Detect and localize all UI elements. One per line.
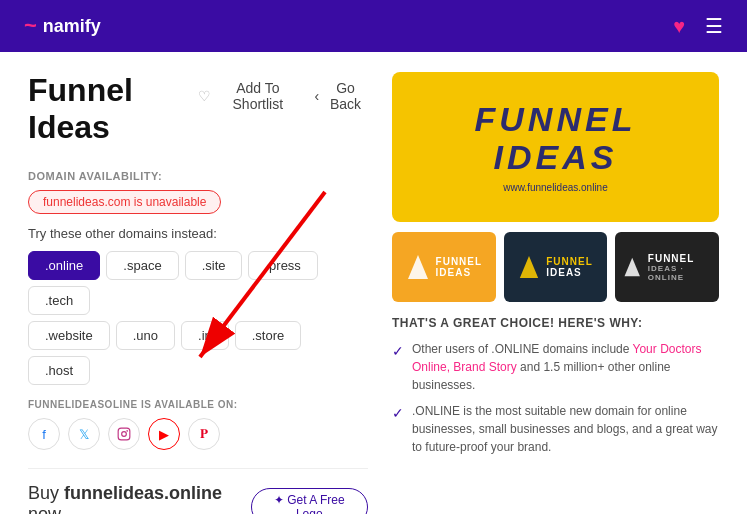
logo-v3-line2: IDEAS · ONLINE (648, 264, 711, 282)
logo-main-url: www.funnelideas.online (503, 182, 608, 193)
domain-tags-row-2: .website .uno .in .store .host (28, 321, 368, 385)
facebook-icon[interactable]: f (28, 418, 60, 450)
domain-tag-site[interactable]: .site (185, 251, 243, 280)
domain-tag-store[interactable]: .store (235, 321, 302, 350)
logo-v3-text: FUNNEL IDEAS · ONLINE (648, 253, 711, 282)
content-wrapper: Funnel Ideas ♡ Add To Shortlist ‹ Go Bac… (0, 52, 747, 514)
pinterest-icon[interactable]: 𝐏 (188, 418, 220, 450)
add-shortlist-label: Add To Shortlist (217, 80, 298, 112)
logo-variants: FUNNEL IDEAS FUNNEL IDEAS (392, 232, 719, 302)
why-item-1: ✓ Other users of .ONLINE domains include… (392, 340, 719, 394)
svg-rect-2 (118, 428, 130, 440)
why-item-2: ✓ .ONLINE is the most suitable new domai… (392, 402, 719, 456)
main: Funnel Ideas ♡ Add To Shortlist ‹ Go Bac… (0, 52, 747, 514)
get-free-logo-button[interactable]: ✦ Get A Free Logo (251, 488, 368, 514)
logo-v3-inner: FUNNEL IDEAS · ONLINE (623, 253, 711, 282)
domain-tag-online[interactable]: .online (28, 251, 100, 280)
domain-tag-uno[interactable]: .uno (116, 321, 175, 350)
go-back-button[interactable]: ‹ Go Back (314, 80, 368, 112)
youtube-icon[interactable]: ▶ (148, 418, 180, 450)
svg-marker-5 (408, 255, 428, 279)
logo-v3-line1: FUNNEL (648, 253, 711, 264)
funnel-icon-v3 (623, 254, 641, 280)
why-text-1: Other users of .ONLINE domains include Y… (412, 340, 719, 394)
top-action-bar: Funnel Ideas ♡ Add To Shortlist ‹ Go Bac… (28, 72, 368, 162)
unavailable-badge: funnelideas.com is unavailable (28, 190, 221, 214)
logo-main-preview: FUNNEL IDEAS www.funnelideas.online (392, 72, 719, 222)
buy-domain: funnelideas.online (64, 483, 222, 503)
social-section-label: FUNNELIDEASOLINE IS AVAILABLE ON: (28, 399, 368, 410)
domain-tag-space[interactable]: .space (106, 251, 178, 280)
logo-main-text-line1: FUNNEL (475, 101, 637, 138)
why-section-label: THAT'S A GREAT CHOICE! HERE'S WHY: (392, 316, 719, 330)
svg-point-4 (127, 431, 128, 432)
svg-marker-7 (625, 258, 640, 276)
buy-title-prefix: Buy (28, 483, 64, 503)
domain-tag-press[interactable]: .press (248, 251, 317, 280)
check-icon-2: ✓ (392, 403, 404, 424)
logo-main-text-line2: IDEAS (494, 139, 618, 176)
menu-icon[interactable]: ☰ (705, 14, 723, 38)
twitter-icon[interactable]: 𝕏 (68, 418, 100, 450)
logo: ~ namify (24, 13, 101, 39)
logo-text: namify (43, 16, 101, 37)
logo-v2-line2: IDEAS (546, 267, 593, 278)
try-other-text: Try these other domains instead: (28, 226, 368, 241)
instagram-icon[interactable] (108, 418, 140, 450)
header: ~ namify ♥ ☰ (0, 0, 747, 52)
domain-tags-row-1: .online .space .site .press .tech (28, 251, 368, 315)
social-icons: f 𝕏 ▶ 𝐏 (28, 418, 368, 450)
logo-v1-inner: FUNNEL IDEAS (406, 253, 483, 281)
logo-v2-inner: FUNNEL IDEAS (518, 254, 593, 280)
logo-v1-line2: IDEAS (436, 267, 483, 278)
left-panel: Funnel Ideas ♡ Add To Shortlist ‹ Go Bac… (28, 72, 368, 514)
why-text-2: .ONLINE is the most suitable new domain … (412, 402, 719, 456)
domain-tag-website[interactable]: .website (28, 321, 110, 350)
domain-tag-tech[interactable]: .tech (28, 286, 90, 315)
why-link-1[interactable]: Your Doctors Online, Brand Story (412, 342, 701, 374)
right-panel: FUNNEL IDEAS www.funnelideas.online FUNN… (392, 72, 719, 514)
logo-v1-text: FUNNEL IDEAS (436, 256, 483, 278)
funnel-icon-v1 (406, 253, 430, 281)
logo-v1-line1: FUNNEL (436, 256, 483, 267)
logo-icon: ~ (24, 13, 37, 39)
svg-point-3 (122, 432, 127, 437)
buy-title: Buy funnelideas.online now (28, 483, 239, 514)
domain-tag-in[interactable]: .in (181, 321, 229, 350)
chevron-left-icon: ‹ (314, 88, 319, 104)
logo-variant-3[interactable]: FUNNEL IDEAS · ONLINE (615, 232, 719, 302)
check-icon-1: ✓ (392, 341, 404, 362)
domain-tag-host[interactable]: .host (28, 356, 90, 385)
logo-variant-1[interactable]: FUNNEL IDEAS (392, 232, 496, 302)
heart-outline-icon: ♡ (198, 88, 211, 104)
buy-title-suffix: now (28, 504, 61, 514)
add-shortlist-button[interactable]: ♡ Add To Shortlist (198, 80, 298, 112)
logo-v2-text: FUNNEL IDEAS (546, 256, 593, 278)
funnel-icon-v2 (518, 254, 540, 280)
domain-availability-label: DOMAIN AVAILABILITY: (28, 170, 368, 182)
buy-section: Buy funnelideas.online now ✦ Get A Free … (28, 468, 368, 514)
get-free-logo-label: ✦ Get A Free Logo (264, 493, 355, 514)
header-right: ♥ ☰ (673, 14, 723, 38)
go-back-label: Go Back (323, 80, 368, 112)
logo-variant-2[interactable]: FUNNEL IDEAS (504, 232, 608, 302)
page-title: Funnel Ideas (28, 72, 198, 146)
svg-marker-6 (520, 256, 538, 278)
logo-v2-line1: FUNNEL (546, 256, 593, 267)
heart-icon[interactable]: ♥ (673, 15, 685, 38)
